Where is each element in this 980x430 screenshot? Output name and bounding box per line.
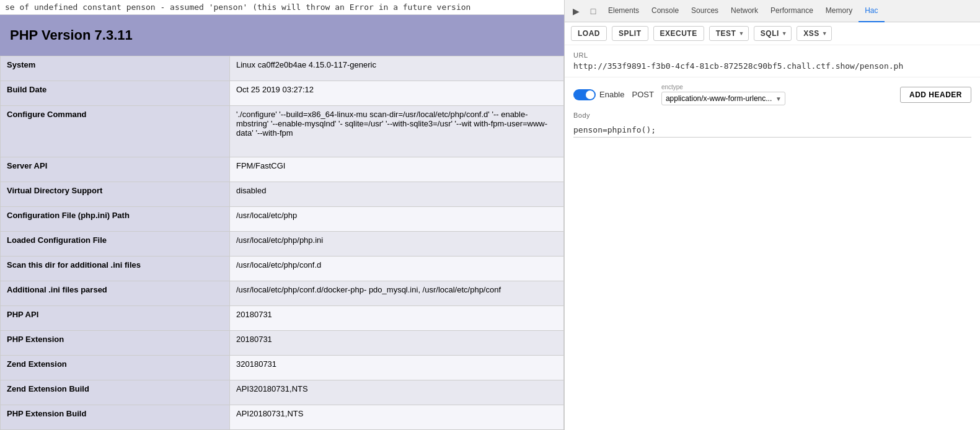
body-input[interactable] [573,123,971,138]
sqli-chevron-icon: ▼ [782,30,787,37]
devtools-tab-hac[interactable]: Hac [859,0,884,22]
table-key: Loaded Configuration File [1,231,230,256]
devtools-tab-memory[interactable]: Memory [819,0,859,22]
right-panel: ▶ □ ElementsConsoleSourcesNetworkPerform… [564,0,980,430]
inspect-element-icon[interactable]: ▶ [567,2,585,20]
table-row: Scan this dir for additional .ini files/… [1,256,564,281]
table-value: /usr/local/etc/php/conf.d/docker-php- pd… [230,281,564,305]
table-key: System [1,56,230,81]
test-dropdown[interactable]: TEST ▼ [709,26,749,41]
url-section: URL http://353f9891-f3b0-4cf4-81cb-87252… [565,45,980,77]
table-row: Zend Extension BuildAPI320180731,NTS [1,380,564,405]
table-value: API20180731,NTS [230,405,564,429]
table-value: Oct 25 2019 03:27:12 [230,81,564,106]
add-header-button[interactable]: ADD HEADER [900,87,971,103]
left-panel: se of undefined constant penson - assume… [0,0,564,430]
enable-label: Enable [599,90,624,99]
xss-chevron-icon: ▼ [822,30,828,37]
table-row: Additional .ini files parsed/usr/local/e… [1,281,564,305]
body-label: Body [573,112,971,119]
php-version-title: PHP Version 7.3.11 [10,27,554,43]
table-key: PHP API [1,305,230,330]
table-key: Zend Extension Build [1,380,230,405]
devtools-tab-sources[interactable]: Sources [685,0,725,22]
table-key: Configure Command [1,106,230,157]
devtools-tab-performance[interactable]: Performance [764,0,819,22]
enctype-label: enctype [661,84,785,90]
devtools-tab-list: ElementsConsoleSourcesNetworkPerformance… [602,0,885,22]
enctype-select-wrap: application/x-www-form-urlenc... multipa… [661,92,785,105]
table-row: PHP Extension BuildAPI20180731,NTS [1,405,564,429]
table-value: FPM/FastCGI [230,157,564,182]
devtools-tab-network[interactable]: Network [725,0,764,22]
table-row: Zend Extension320180731 [1,355,564,380]
table-value: 20180731 [230,305,564,330]
table-row: SystemLinux ca0ff2e0b4ae 4.15.0-117-gene… [1,56,564,81]
load-button[interactable]: LOAD [571,26,607,41]
table-key: PHP Extension Build [1,405,230,429]
table-row: Loaded Configuration File/usr/local/etc/… [1,231,564,256]
url-value: http://353f9891-f3b0-4cf4-81cb-872528c90… [573,61,971,71]
url-label: URL [573,51,971,59]
table-row: Server APIFPM/FastCGI [1,157,564,182]
table-value: /usr/local/etc/php/php.ini [230,231,564,256]
table-key: Configuration File (php.ini) Path [1,206,230,231]
enable-row: Enable POST enctype application/x-www-fo… [573,84,971,105]
test-chevron-icon: ▼ [738,30,744,37]
devtools-tab-console[interactable]: Console [645,0,685,22]
table-row: Configuration File (php.ini) Path/usr/lo… [1,206,564,231]
split-button[interactable]: SPLIT [612,26,648,41]
error-text: se of undefined constant penson - assume… [5,2,470,12]
table-value: './configure' '--build=x86_64-linux-mu s… [230,106,564,157]
table-value: Linux ca0ff2e0b4ae 4.15.0-117-generic [230,56,564,81]
table-key: Build Date [1,81,230,106]
device-toolbar-icon[interactable]: □ [585,2,602,20]
enctype-wrap: enctype application/x-www-form-urlenc...… [661,84,785,105]
table-row: Virtual Directory Supportdisabled [1,182,564,206]
table-value: disabled [230,182,564,206]
xss-dropdown[interactable]: XSS ▼ [797,26,832,41]
table-value: 320180731 [230,355,564,380]
table-key: PHP Extension [1,330,230,355]
execute-button[interactable]: EXECUTE [653,26,704,41]
table-row: Build DateOct 25 2019 03:27:12 [1,81,564,106]
table-key: Server API [1,157,230,182]
devtools-tab-elements[interactable]: Elements [602,0,645,22]
table-key: Zend Extension [1,355,230,380]
php-info-table: SystemLinux ca0ff2e0b4ae 4.15.0-117-gene… [0,56,564,430]
table-row: PHP Extension20180731 [1,330,564,355]
php-header: PHP Version 7.3.11 [0,15,564,56]
devtools-tabs: ▶ □ ElementsConsoleSourcesNetworkPerform… [565,0,980,22]
table-row: PHP API20180731 [1,305,564,330]
toggle-wrap: Enable [573,89,624,100]
table-key: Scan this dir for additional .ini files [1,256,230,281]
table-value: /usr/local/etc/php/conf.d [230,256,564,281]
table-row: Configure Command'./configure' '--build=… [1,106,564,157]
table-key: Virtual Directory Support [1,182,230,206]
error-bar: se of undefined constant penson - assume… [0,0,564,15]
enctype-select[interactable]: application/x-www-form-urlenc... multipa… [661,92,785,105]
hack-toolbar: LOAD SPLIT EXECUTE TEST ▼ SQLI ▼ XSS ▼ [565,22,980,45]
method-label: POST [632,90,653,99]
sqli-dropdown[interactable]: SQLI ▼ [754,26,792,41]
enable-toggle[interactable] [573,89,596,100]
table-value: 20180731 [230,330,564,355]
table-value: API320180731,NTS [230,380,564,405]
form-section: Enable POST enctype application/x-www-fo… [565,77,980,430]
table-key: Additional .ini files parsed [1,281,230,305]
table-value: /usr/local/etc/php [230,206,564,231]
